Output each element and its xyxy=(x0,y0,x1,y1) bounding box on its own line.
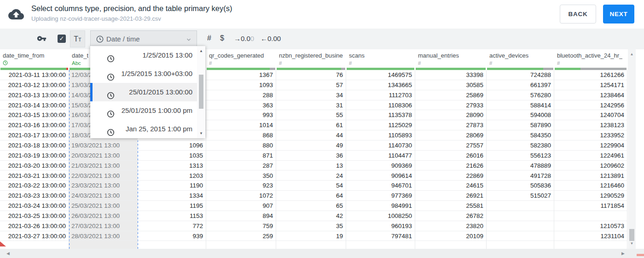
grid-cell[interactable]: 36 xyxy=(276,151,346,160)
integer-type-button[interactable]: # xyxy=(207,34,211,42)
grid-cell[interactable]: 584350 xyxy=(487,130,554,140)
grid-cell[interactable]: 724288 xyxy=(487,70,554,80)
grid-cell[interactable]: 2021-03-12 13:00:00 xyxy=(0,80,69,90)
grid-cell[interactable]: 1238123 xyxy=(554,120,627,130)
grid-cell[interactable]: 1261266 xyxy=(554,70,627,80)
date-format-option[interactable]: Jan 25, 2015 1:00 pm xyxy=(90,120,197,138)
grid-cell[interactable]: 2021-03-24 13:00:00 xyxy=(0,201,69,211)
grid-cell[interactable]: 478889 xyxy=(487,161,554,170)
grid-cell[interactable]: 44 xyxy=(276,130,346,140)
grid-cell[interactable]: 33398 xyxy=(415,70,487,80)
scroll-right-icon[interactable]: ▶ xyxy=(621,251,625,256)
grid-cell[interactable]: 54 xyxy=(276,181,346,190)
horizontal-scrollbar[interactable]: ◀ ▶ xyxy=(0,249,644,258)
next-button[interactable]: NEXT xyxy=(603,5,634,23)
grid-cell[interactable]: 259 xyxy=(206,231,276,241)
grid-cell[interactable]: 27557 xyxy=(415,141,487,150)
grid-cell[interactable]: 25869 xyxy=(415,90,487,100)
grid-cell[interactable]: 1014 xyxy=(206,120,276,130)
grid-cell[interactable]: 24/03/2021 13:00 xyxy=(69,191,138,200)
grid-cell[interactable]: 1233952 xyxy=(554,130,627,140)
grid-cell[interactable]: 923 xyxy=(206,181,276,190)
grid-cell[interactable]: 1035 xyxy=(138,151,206,160)
grid-cell[interactable]: 1224961 xyxy=(554,151,627,160)
grid-cell[interactable]: 1290529 xyxy=(554,191,627,200)
grid-cell[interactable]: 1216460 xyxy=(554,181,627,190)
grid-cell[interactable]: 31 xyxy=(276,100,346,110)
grid-cell[interactable]: 28069 xyxy=(415,130,487,140)
grid-cell[interactable]: 64 xyxy=(276,191,346,200)
currency-type-button[interactable]: $ xyxy=(220,34,224,42)
grid-cell[interactable]: 26/03/2021 13:00 xyxy=(69,211,138,221)
grid-cell[interactable]: 868 xyxy=(206,130,276,140)
grid-cell[interactable]: 28/03/2021 13:00 xyxy=(69,231,138,241)
grid-cell[interactable]: 1469575 xyxy=(346,70,415,80)
grid-cell[interactable]: 2021-03-17 13:00:00 xyxy=(0,130,69,140)
grid-cell[interactable]: 19/03/2021 13:00 xyxy=(69,141,138,150)
grid-cell[interactable]: 30585 xyxy=(415,80,487,90)
grid-cell[interactable]: 288 xyxy=(206,90,276,100)
grid-cell[interactable]: 23/03/2021 13:00 xyxy=(69,181,138,190)
grid-cell[interactable] xyxy=(487,231,554,241)
grid-cell[interactable]: 287 xyxy=(206,161,276,170)
text-type-button[interactable]: Tt xyxy=(70,30,85,47)
grid-cell[interactable]: 26016 xyxy=(415,151,487,160)
grid-cell[interactable]: 1242956 xyxy=(554,100,627,110)
column-header-date_time_from[interactable]: date_time_from xyxy=(0,49,69,70)
grid-cell[interactable]: 871 xyxy=(206,151,276,160)
grid-cell[interactable]: 1240704 xyxy=(554,110,627,120)
grid-cell[interactable]: 2021-03-16 13:00:00 xyxy=(0,120,69,130)
grid-cell[interactable]: 57 xyxy=(276,80,346,90)
grid-cell[interactable]: 26782 xyxy=(415,211,487,221)
column-header-manual_entries[interactable]: manual_entries# xyxy=(415,49,487,70)
grid-cell[interactable]: 28090 xyxy=(415,110,487,120)
grid-cell[interactable]: 27933 xyxy=(415,100,487,110)
grid-cell[interactable]: 1367 xyxy=(206,70,276,80)
grid-cell[interactable]: 1153 xyxy=(138,211,206,221)
grid-cell[interactable]: 556123 xyxy=(487,151,554,160)
grid-cell[interactable]: 20/03/2021 13:00 xyxy=(69,151,138,160)
grid-cell[interactable]: 797481 xyxy=(346,231,415,241)
grid-cell[interactable]: 2021-03-15 13:00:00 xyxy=(0,110,69,120)
column-header-nzbn_registered_busine[interactable]: nzbn_registered_busine# xyxy=(276,49,346,70)
grid-cell[interactable]: 1229904 xyxy=(554,141,627,150)
grid-cell[interactable]: 25/03/2021 13:00 xyxy=(69,201,138,211)
grid-cell[interactable]: 34 xyxy=(276,90,346,100)
grid-cell[interactable]: 505836 xyxy=(487,181,554,190)
grid-cell[interactable]: 582380 xyxy=(487,141,554,150)
grid-cell[interactable]: 1195 xyxy=(138,201,206,211)
grid-cell[interactable]: 594008 xyxy=(487,110,554,120)
grid-cell[interactable]: 19 xyxy=(276,231,346,241)
vertical-scrollbar[interactable]: ▲ ▼ xyxy=(628,49,636,249)
grid-cell[interactable]: 1008250 xyxy=(346,211,415,221)
grid-cell[interactable]: 1108306 xyxy=(346,100,415,110)
include-column-checkbox[interactable]: ✓ xyxy=(58,35,66,43)
grid-cell[interactable]: 1209602 xyxy=(554,161,627,170)
increase-decimal-button[interactable]: →0.00 xyxy=(234,35,254,42)
grid-cell[interactable]: 1334 xyxy=(138,191,206,200)
grid-cell[interactable]: 2021-03-14 13:00:00 xyxy=(0,100,69,110)
column-header-bluetooth_active_24_hr_[interactable]: bluetooth_active_24_hr_# xyxy=(554,49,627,70)
menu-scrollbar-thumb[interactable] xyxy=(199,75,203,109)
grid-cell[interactable]: 76 xyxy=(276,70,346,80)
date-format-option[interactable]: 1/25/2015 13:00 xyxy=(90,46,197,64)
grid-cell[interactable] xyxy=(487,221,554,231)
grid-cell[interactable]: 2021-03-22 13:00:00 xyxy=(0,181,69,190)
grid-cell[interactable]: 2021-03-21 13:00:00 xyxy=(0,171,69,181)
grid-cell[interactable]: 1213891 xyxy=(554,171,627,181)
grid-cell[interactable]: 2021-03-13 13:00:00 xyxy=(0,90,69,100)
grid-cell[interactable]: 907 xyxy=(206,201,276,211)
primary-key-icon[interactable] xyxy=(37,34,46,45)
grid-cell[interactable]: 2021-03-27 13:00:00 xyxy=(0,231,69,241)
scroll-down-icon[interactable]: ▼ xyxy=(628,241,636,246)
decrease-decimal-button[interactable]: ←0.00 xyxy=(261,35,281,42)
grid-cell[interactable]: 977369 xyxy=(346,191,415,200)
grid-cell[interactable]: 42 xyxy=(276,211,346,221)
grid-cell[interactable]: 21626 xyxy=(415,161,487,170)
grid-cell[interactable]: 61 xyxy=(276,120,346,130)
grid-cell[interactable]: 22/03/2021 13:00 xyxy=(69,171,138,181)
grid-cell[interactable] xyxy=(554,211,627,221)
grid-cell[interactable]: 22869 xyxy=(415,171,487,181)
column-header-active_devices[interactable]: active_devices# xyxy=(487,49,554,70)
grid-cell[interactable]: 55 xyxy=(276,110,346,120)
